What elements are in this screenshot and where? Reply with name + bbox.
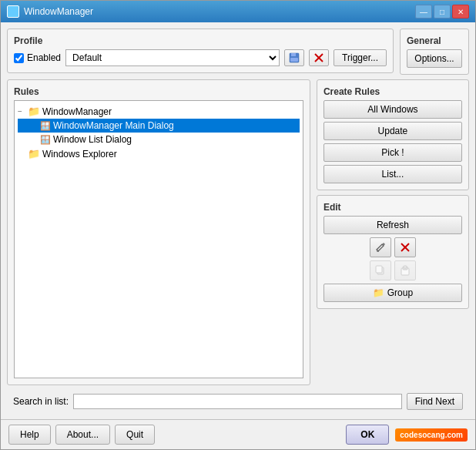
edit-button[interactable] — [370, 237, 391, 257]
ok-button[interactable]: OK — [346, 425, 389, 445]
refresh-button[interactable]: Refresh — [323, 216, 462, 234]
delete-rule-button[interactable] — [394, 237, 416, 257]
copy-button[interactable] — [370, 260, 391, 280]
expand-icon: − — [18, 107, 25, 116]
delete-rule-icon — [400, 242, 411, 253]
main-window: WindowManager — □ ✕ Profile Enabled Defa… — [0, 0, 476, 450]
tree-item-main-dialog[interactable]: 🪟 WindowManager Main Dialog — [18, 119, 300, 133]
watermark-text: codesocang.com — [395, 428, 468, 442]
all-windows-button[interactable]: All Windows — [323, 100, 462, 119]
window-title: WindowManager — [24, 6, 415, 17]
list-button[interactable]: List... — [323, 165, 462, 183]
general-section: General Options... — [400, 29, 469, 75]
search-row: Search in list: Find Next — [7, 390, 469, 413]
general-header: General — [407, 35, 462, 46]
save-profile-button[interactable] — [284, 49, 304, 66]
folder-icon: 📁 — [28, 148, 40, 160]
about-button[interactable]: About... — [55, 425, 110, 445]
tree-item-label: Windows Explorer — [42, 149, 117, 160]
middle-row: Rules − 📁 WindowManager 🪟 WindowManager … — [7, 79, 469, 385]
svg-rect-1 — [291, 53, 296, 56]
tree-item-label: WindowManager — [42, 106, 112, 117]
help-button[interactable]: Help — [8, 425, 51, 445]
top-row: Profile Enabled Default — [7, 29, 469, 75]
right-panel: Create Rules All Windows Update Pick ! L… — [317, 79, 469, 385]
svg-rect-9 — [376, 266, 382, 273]
tree-item-root[interactable]: − 📁 WindowManager — [18, 104, 300, 119]
app-icon — [7, 5, 19, 18]
titlebar-buttons: — □ ✕ — [415, 5, 469, 18]
rules-tree[interactable]: − 📁 WindowManager 🪟 WindowManager Main D… — [14, 100, 303, 378]
enabled-label: Enabled — [27, 52, 61, 63]
app-icon-small: 🪟 — [40, 121, 51, 131]
search-input[interactable] — [73, 394, 402, 409]
tree-item-label: WindowManager Main Dialog — [53, 120, 174, 131]
pick-button[interactable]: Pick ! — [323, 143, 462, 162]
main-content: Profile Enabled Default — [1, 22, 475, 419]
bottom-bar: Help About... Quit OK codesocang.com — [1, 419, 475, 449]
titlebar: WindowManager — □ ✕ — [1, 1, 475, 22]
rules-section: Rules − 📁 WindowManager 🪟 WindowManager … — [7, 79, 310, 385]
trigger-button[interactable]: Trigger... — [334, 49, 387, 66]
profile-dropdown[interactable]: Default — [65, 49, 280, 66]
svg-rect-12 — [404, 266, 407, 268]
rules-header: Rules — [14, 86, 303, 97]
search-label: Search in list: — [13, 396, 69, 407]
tree-item-list-dialog[interactable]: 🪟 Window List Dialog — [18, 133, 300, 146]
group-label: Group — [387, 287, 413, 298]
save-icon — [289, 52, 300, 63]
app-icon-small: 🪟 — [40, 135, 51, 145]
quit-button[interactable]: Quit — [115, 425, 155, 445]
profile-header: Profile — [14, 35, 387, 46]
copy-paste-row — [323, 260, 462, 280]
bottom-left: Help About... Quit — [8, 425, 155, 445]
profile-row: Enabled Default — [14, 49, 387, 66]
close-button[interactable]: ✕ — [452, 5, 469, 18]
svg-rect-2 — [290, 58, 298, 62]
create-rules-header: Create Rules — [323, 86, 462, 97]
group-button[interactable]: 📁 Group — [323, 284, 462, 302]
delete-profile-button[interactable] — [309, 49, 329, 66]
find-next-button[interactable]: Find Next — [407, 393, 463, 410]
maximize-button[interactable]: □ — [434, 5, 451, 18]
delete-icon — [313, 52, 324, 63]
edit-section: Edit Refresh — [317, 195, 469, 309]
tree-item-explorer[interactable]: 📁 Windows Explorer — [18, 146, 300, 161]
tree-item-label: Window List Dialog — [53, 134, 132, 145]
edit-icons-row — [323, 237, 462, 257]
profile-section: Profile Enabled Default — [7, 29, 394, 73]
options-button[interactable]: Options... — [407, 49, 462, 68]
folder-icon: 📁 — [28, 106, 40, 117]
enabled-checkbox[interactable] — [14, 53, 24, 63]
edit-icon — [375, 242, 386, 253]
edit-header: Edit — [323, 202, 462, 213]
paste-button[interactable] — [394, 260, 416, 280]
update-button[interactable]: Update — [323, 122, 462, 140]
enabled-checkbox-label[interactable]: Enabled — [14, 52, 61, 63]
watermark: codesocang.com — [395, 428, 468, 442]
paste-icon — [400, 265, 411, 276]
copy-icon — [375, 265, 386, 276]
minimize-button[interactable]: — — [415, 5, 432, 18]
folder-small-icon: 📁 — [373, 287, 384, 298]
create-rules-section: Create Rules All Windows Update Pick ! L… — [317, 79, 469, 190]
